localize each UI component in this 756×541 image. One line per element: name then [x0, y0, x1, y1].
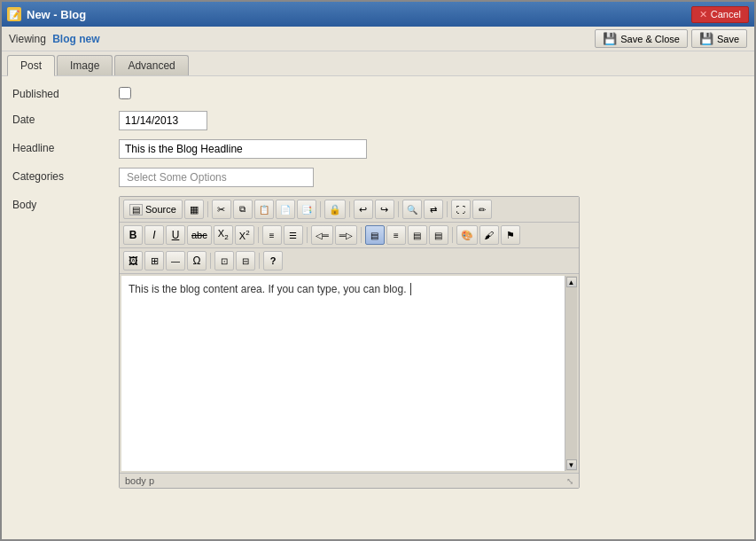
image-button[interactable]: 🖼: [123, 251, 143, 270]
outdent-button[interactable]: ◁═: [311, 225, 333, 245]
alignleft-icon: ▤: [370, 231, 378, 240]
cut-button[interactable]: ✂: [212, 200, 231, 219]
edit-button[interactable]: ✏: [472, 200, 492, 219]
tab-post-label: Post: [20, 59, 42, 72]
showblocks-button[interactable]: ▦: [184, 200, 204, 219]
maximize-button[interactable]: ⛶: [451, 200, 471, 219]
tab-image[interactable]: Image: [57, 55, 113, 75]
paste-text-button[interactable]: 📑: [297, 200, 316, 219]
categories-control: Select Some Options: [119, 168, 744, 187]
cancel-label: Cancel: [711, 9, 741, 20]
bold-button[interactable]: B: [123, 225, 143, 245]
template-button[interactable]: ⊡: [214, 251, 234, 270]
action-buttons: 💾 Save & Close 💾 Save: [595, 29, 747, 48]
redo-button[interactable]: ↪: [375, 200, 394, 219]
showblocks-icon: ▦: [190, 204, 199, 216]
lock-button[interactable]: 🔒: [324, 200, 346, 219]
tab-post[interactable]: Post: [7, 55, 55, 76]
editor-area-wrapper: This is the blog content area. If you ca…: [121, 276, 577, 471]
editor-container: ▤ Source ▦ ✂ ⧉: [119, 196, 580, 489]
image-icon: 🖼: [129, 255, 138, 266]
table-button[interactable]: ⊞: [144, 251, 164, 270]
scroll-track: ▲ ▼: [565, 276, 577, 471]
find-button[interactable]: 🔍: [402, 200, 422, 219]
paste-icon: 📋: [259, 205, 269, 215]
subscript-icon: X2: [218, 228, 229, 241]
window-title: New - Blog: [27, 8, 691, 21]
published-checkbox[interactable]: [119, 87, 131, 99]
categories-placeholder: Select Some Options: [127, 171, 227, 184]
unorderedlist-button[interactable]: ☰: [284, 225, 303, 245]
cursor: [408, 283, 411, 295]
viewing-info: Viewing Blog new: [9, 33, 100, 45]
underline-icon: U: [172, 229, 180, 241]
toolbar-sep-1: [207, 201, 208, 217]
find-icon: 🔍: [407, 205, 417, 215]
toolbar-sep-10: [210, 253, 211, 269]
specialchar-button[interactable]: Ω: [187, 251, 207, 270]
published-row: Published: [12, 85, 744, 102]
hrule-icon: —: [171, 256, 180, 266]
tab-advanced-label: Advanced: [128, 59, 175, 72]
tab-image-label: Image: [70, 59, 99, 72]
hrule-button[interactable]: —: [166, 251, 185, 270]
help-button[interactable]: ?: [263, 251, 283, 270]
save-button[interactable]: 💾 Save: [691, 29, 747, 48]
italic-button[interactable]: I: [144, 225, 164, 245]
paste-button[interactable]: 📋: [254, 200, 274, 219]
bgcolor-icon: 🎨: [461, 230, 473, 241]
headline-row: Headline: [12, 139, 744, 159]
strike-icon: abc: [191, 230, 207, 240]
aligncenter-button[interactable]: ≡: [386, 225, 406, 245]
toolbar-sep-7: [307, 227, 308, 243]
resize-handle[interactable]: ⤡: [566, 476, 573, 486]
bgcolor-button[interactable]: 🎨: [456, 225, 478, 245]
save-icon: 💾: [699, 32, 713, 45]
superscript-button[interactable]: X2: [235, 225, 254, 245]
findreplace-button[interactable]: ⇄: [424, 200, 443, 219]
date-input[interactable]: [119, 111, 207, 130]
textcolor-icon: 🖌: [484, 230, 494, 240]
orderedlist-icon: ≡: [269, 231, 275, 240]
undo-button[interactable]: ↩: [354, 200, 373, 219]
cancel-button[interactable]: ✕ Cancel: [691, 6, 749, 23]
textcolor-button[interactable]: 🖌: [479, 225, 499, 245]
categories-select[interactable]: Select Some Options: [119, 168, 314, 187]
copy-button[interactable]: ⧉: [233, 200, 253, 219]
fitpage-button[interactable]: ⊟: [236, 251, 255, 270]
underline-button[interactable]: U: [166, 225, 185, 245]
editor-status-text: body p: [125, 475, 154, 486]
flag-button[interactable]: ⚑: [501, 225, 520, 245]
published-control: [119, 85, 744, 102]
toolbar-sep-6: [258, 227, 259, 243]
save-close-button[interactable]: 💾 Save & Close: [595, 29, 688, 48]
subscript-button[interactable]: X2: [214, 225, 233, 245]
orderedlist-button[interactable]: ≡: [262, 225, 282, 245]
alignjustify-button[interactable]: ▤: [429, 225, 448, 245]
cut-icon: ✂: [217, 204, 225, 216]
maximize-icon: ⛶: [456, 205, 465, 215]
tab-advanced[interactable]: Advanced: [114, 55, 188, 75]
editor-content-area[interactable]: This is the blog content area. If you ca…: [121, 276, 565, 471]
body-control: ▤ Source ▦ ✂ ⧉: [119, 196, 744, 489]
strike-button[interactable]: abc: [187, 225, 212, 245]
outdent-icon: ◁═: [316, 231, 329, 240]
lock-icon: 🔒: [329, 204, 341, 216]
headline-input[interactable]: [119, 139, 367, 159]
indent-button[interactable]: ═▷: [335, 225, 357, 245]
paste-word-button[interactable]: 📄: [276, 200, 295, 219]
indent-icon: ═▷: [339, 231, 353, 240]
source-icon: ▤: [129, 204, 143, 216]
alignright-button[interactable]: ▤: [408, 225, 427, 245]
redo-icon: ↪: [380, 204, 388, 216]
alignleft-button[interactable]: ▤: [365, 225, 385, 245]
date-control: [119, 111, 744, 130]
categories-row: Categories Select Some Options: [12, 168, 744, 187]
toolbar-row-1: ▤ Source ▦ ✂ ⧉: [120, 197, 579, 223]
toolbar-sep-8: [361, 227, 362, 243]
source-button[interactable]: ▤ Source: [123, 200, 183, 219]
date-label: Date: [12, 111, 119, 126]
scroll-down-arrow[interactable]: ▼: [566, 459, 577, 470]
template-icon: ⊡: [221, 256, 228, 266]
scroll-up-arrow[interactable]: ▲: [566, 277, 577, 287]
